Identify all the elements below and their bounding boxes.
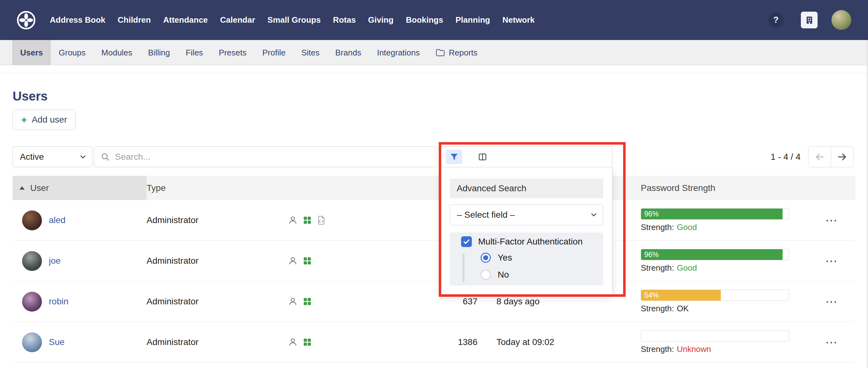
table-row: aled Administrator 96% Strength: Good ⋯ xyxy=(12,200,856,241)
mfa-no-radio[interactable] xyxy=(480,270,491,280)
login-count: 1386 xyxy=(367,337,477,347)
tab-files[interactable]: Files xyxy=(178,40,211,65)
user-name-link[interactable]: Sue xyxy=(49,337,65,347)
header-user[interactable]: User xyxy=(12,176,147,200)
row-actions-button[interactable]: ⋯ xyxy=(826,296,838,307)
mfa-yes-label: Yes xyxy=(498,253,512,263)
chevron-down-icon xyxy=(79,153,87,161)
row-avatar[interactable] xyxy=(22,292,42,311)
columns-icon xyxy=(478,152,487,162)
strength-percent-label: 54% xyxy=(644,291,659,300)
code-file-icon xyxy=(317,215,326,225)
mfa-label: Multi-Factor Authentication xyxy=(478,237,583,247)
table-row: joe Administrator 96% Strength: Good ⋯ xyxy=(12,241,856,281)
tab-modules[interactable]: Modules xyxy=(94,40,140,65)
person-icon xyxy=(288,337,298,347)
tab-brands[interactable]: Brands xyxy=(328,40,369,65)
columns-button[interactable] xyxy=(476,149,489,164)
tab-integrations[interactable]: Integrations xyxy=(369,40,428,65)
strength-value: Unknown xyxy=(677,344,711,354)
strength-line: Strength: OK xyxy=(641,304,789,313)
pagination-label: 1 - 4 / 4 xyxy=(750,146,801,167)
last-login: 8 days ago xyxy=(477,297,610,307)
user-type: Administrator xyxy=(147,297,285,307)
row-actions-button[interactable]: ⋯ xyxy=(826,214,838,226)
top-nav: Address Book Children Attendance Calenda… xyxy=(0,0,868,40)
field-select[interactable]: – Select field – xyxy=(450,204,603,225)
advanced-search-panel: Advanced Search – Select field – Multi-F… xyxy=(441,167,612,295)
mfa-checkbox[interactable] xyxy=(461,236,472,247)
nav-address-book[interactable]: Address Book xyxy=(50,15,105,25)
last-login: Today at 09:02 xyxy=(477,337,610,347)
building-icon[interactable] xyxy=(801,12,817,28)
tab-reports[interactable]: Reports xyxy=(428,40,485,65)
row-avatar[interactable] xyxy=(22,251,42,271)
table-row: Sue Administrator 1386 Today at 09:02 St… xyxy=(12,322,856,363)
tab-sites[interactable]: Sites xyxy=(293,40,328,65)
mfa-no-label: No xyxy=(498,270,509,280)
modules-grid-icon xyxy=(303,297,312,306)
header-user-label: User xyxy=(30,183,49,193)
sort-asc-icon xyxy=(20,186,25,190)
search-input[interactable] xyxy=(115,147,437,167)
help-icon[interactable]: ? xyxy=(768,12,783,28)
person-icon xyxy=(288,297,298,307)
row-avatar[interactable] xyxy=(22,210,42,230)
row-actions-button[interactable]: ⋯ xyxy=(826,336,838,348)
mfa-yes-radio[interactable] xyxy=(480,253,491,263)
tab-presets[interactable]: Presets xyxy=(211,40,254,65)
modules-grid-icon xyxy=(303,256,312,266)
nav-attendance[interactable]: Attendance xyxy=(163,15,208,25)
nav-rotas[interactable]: Rotas xyxy=(333,15,356,25)
nav-planning[interactable]: Planning xyxy=(456,15,490,25)
nav-giving[interactable]: Giving xyxy=(368,15,394,25)
tab-bar: Users Groups Modules Billing Files Prese… xyxy=(0,40,868,65)
page-title: Users xyxy=(12,89,48,103)
strength-value: OK xyxy=(677,304,689,313)
next-page-button[interactable] xyxy=(831,147,853,167)
arrow-left-icon xyxy=(814,152,825,162)
nav-small-groups[interactable]: Small Groups xyxy=(268,15,321,25)
user-name-link[interactable]: robin xyxy=(49,297,68,307)
header-type[interactable]: Type xyxy=(147,183,285,193)
password-strength-bar: 96% xyxy=(641,249,789,260)
tab-profile[interactable]: Profile xyxy=(254,40,293,65)
user-type: Administrator xyxy=(147,215,285,225)
tab-billing[interactable]: Billing xyxy=(140,40,178,65)
add-user-label: Add user xyxy=(32,115,67,125)
nav-bookings[interactable]: Bookings xyxy=(406,15,443,25)
prev-page-button[interactable] xyxy=(808,147,831,167)
app-logo-icon[interactable] xyxy=(16,10,37,31)
user-name-link[interactable]: aled xyxy=(49,215,66,225)
strength-value: Good xyxy=(677,223,697,232)
scrollbar-track[interactable] xyxy=(867,40,868,368)
nav-network[interactable]: Network xyxy=(502,15,535,25)
row-avatar[interactable] xyxy=(22,332,42,352)
user-type: Administrator xyxy=(147,337,285,347)
nav-children[interactable]: Children xyxy=(118,15,151,25)
status-filter-select[interactable]: Active xyxy=(12,146,92,167)
strength-value: Good xyxy=(677,263,697,273)
mfa-filter-group: Multi-Factor Authentication Yes No xyxy=(450,233,603,286)
modules-grid-icon xyxy=(303,215,312,225)
password-strength-bar: 54% xyxy=(641,290,789,301)
nav-calendar[interactable]: Calendar xyxy=(220,15,255,25)
row-actions-button[interactable]: ⋯ xyxy=(826,255,838,267)
modules-grid-icon xyxy=(303,337,312,347)
filter-button[interactable] xyxy=(446,149,462,164)
strength-line: Strength: Unknown xyxy=(641,344,789,354)
user-avatar[interactable] xyxy=(831,10,851,30)
password-strength-bar xyxy=(641,330,789,341)
table-header-row: User Type Password Strength xyxy=(12,176,856,200)
filter-toolbar xyxy=(441,146,612,167)
tab-users[interactable]: Users xyxy=(12,40,51,65)
header-password-strength[interactable]: Password Strength xyxy=(641,183,789,193)
primary-nav: Address Book Children Attendance Calenda… xyxy=(50,15,535,25)
user-name-link[interactable]: joe xyxy=(49,256,61,266)
add-user-button[interactable]: + Add user xyxy=(12,110,75,130)
person-icon xyxy=(288,215,298,225)
indent-guide xyxy=(462,253,465,282)
strength-percent-label: 96% xyxy=(644,210,659,219)
tab-groups[interactable]: Groups xyxy=(51,40,93,65)
arrow-right-icon xyxy=(837,152,847,162)
